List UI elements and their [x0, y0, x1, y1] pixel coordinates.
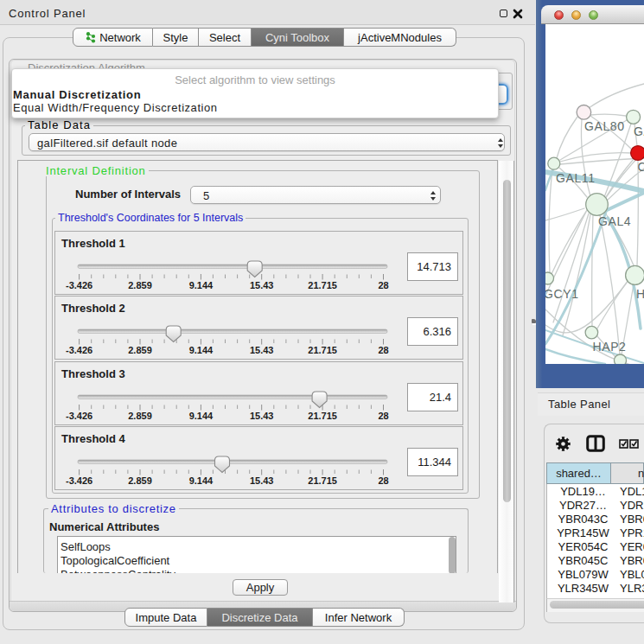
svg-text:GA: GA: [634, 124, 644, 138]
svg-text:15.43: 15.43: [250, 475, 274, 486]
svg-text:2.859: 2.859: [128, 475, 152, 486]
svg-text:9.144: 9.144: [189, 411, 214, 421]
svg-text:C: C: [638, 160, 644, 174]
svg-text:GAL4: GAL4: [598, 214, 631, 228]
svg-text:9.144: 9.144: [189, 280, 214, 290]
svg-text:9.144: 9.144: [189, 475, 214, 486]
svg-text:28: 28: [378, 345, 388, 355]
svg-text:28: 28: [378, 411, 388, 421]
svg-text:2.859: 2.859: [128, 411, 152, 421]
svg-text:9.144: 9.144: [189, 345, 214, 355]
svg-text:2.859: 2.859: [128, 280, 152, 290]
svg-text:-3.426: -3.426: [66, 280, 92, 290]
svg-text:21.715: 21.715: [308, 475, 337, 486]
svg-text:HI: HI: [636, 287, 644, 301]
svg-text:21.715: 21.715: [308, 411, 337, 421]
svg-text:GCY1: GCY1: [545, 287, 579, 301]
svg-text:2.859: 2.859: [128, 345, 152, 355]
svg-text:15.43: 15.43: [250, 345, 274, 355]
svg-text:HAP2: HAP2: [593, 340, 627, 354]
svg-text:28: 28: [378, 475, 388, 486]
svg-text:21.715: 21.715: [308, 280, 337, 290]
svg-text:-3.426: -3.426: [66, 345, 92, 355]
svg-text:15.43: 15.43: [250, 280, 274, 290]
svg-text:15.43: 15.43: [250, 411, 274, 421]
svg-text:-3.426: -3.426: [66, 475, 92, 486]
svg-text:21.715: 21.715: [308, 345, 337, 355]
svg-text:-3.426: -3.426: [66, 411, 92, 421]
svg-text:28: 28: [378, 280, 388, 290]
svg-text:GAL80: GAL80: [584, 119, 625, 133]
svg-text:GAL11: GAL11: [556, 171, 596, 185]
